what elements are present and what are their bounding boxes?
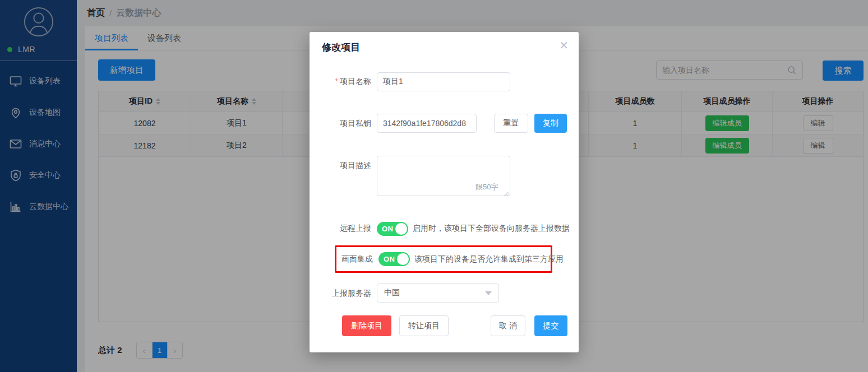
toggle-knob: [397, 253, 409, 265]
project-name-input[interactable]: [377, 72, 510, 91]
chevron-down-icon: [485, 291, 492, 295]
delete-project-button[interactable]: 删除项目: [342, 315, 391, 336]
remote-report-toggle[interactable]: ON: [377, 222, 408, 236]
screen-integration-description: 该项目下的设备是否允许集成到第三方应用: [414, 254, 564, 264]
annotation-highlight-box: 画面集成 ON 该项目下的设备是否允许集成到第三方应用: [335, 245, 552, 273]
screen-integration-toggle[interactable]: ON: [378, 252, 410, 266]
app-root: LMR 设备列表 设备地图: [0, 0, 868, 372]
project-desc-label: 项目描述: [310, 161, 371, 171]
transfer-project-button[interactable]: 转让项目: [399, 315, 449, 336]
modal-title: 修改项目: [322, 41, 360, 54]
selected-option: 中国: [384, 288, 400, 298]
submit-button[interactable]: 提交: [534, 315, 567, 336]
required-mark: *: [335, 77, 338, 86]
cancel-button[interactable]: 取 消: [491, 315, 525, 336]
project-desc-textarea[interactable]: [377, 156, 510, 196]
report-server-label: 上报服务器: [310, 289, 371, 299]
close-icon[interactable]: ✕: [559, 40, 569, 51]
reset-key-button[interactable]: 重置: [494, 114, 528, 133]
project-key-label: 项目私钥: [310, 119, 371, 129]
copy-key-button[interactable]: 复制: [534, 114, 567, 133]
remote-report-row: 远程上报 ON 启用时，该项目下全部设备向服务器上报数据: [310, 221, 579, 236]
screen-integration-label: 画面集成: [336, 254, 373, 264]
remote-report-description: 启用时，该项目下全部设备向服务器上报数据: [413, 224, 570, 234]
project-name-label: *项目名称: [310, 77, 371, 87]
report-server-select[interactable]: 中国: [377, 283, 499, 303]
project-key-input[interactable]: [377, 114, 477, 133]
toggle-knob: [395, 223, 407, 235]
remote-report-label: 远程上报: [310, 224, 371, 234]
edit-project-modal: 修改项目 ✕ *项目名称 项目私钥 重置 复制 项目描述 限50字 远程上报 O…: [310, 32, 579, 352]
